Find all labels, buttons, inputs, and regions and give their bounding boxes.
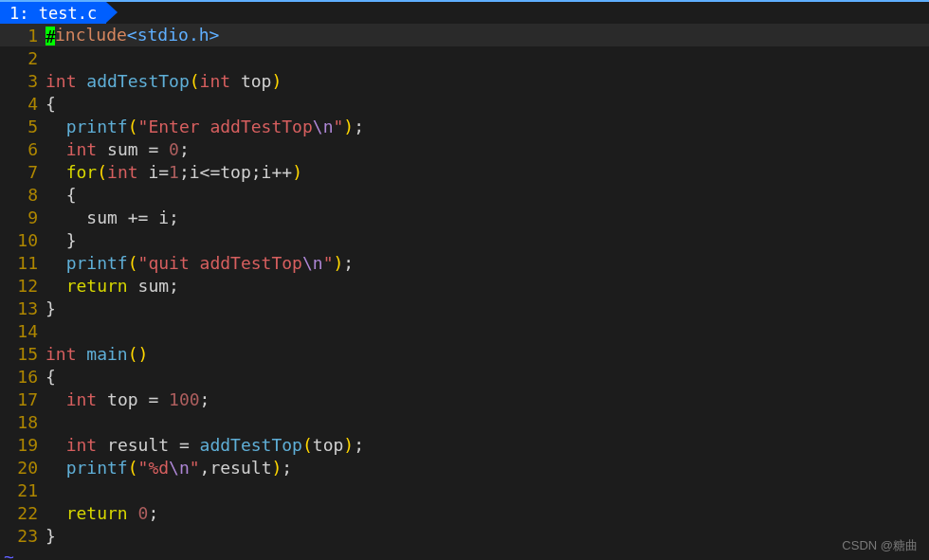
line-number: 11 bbox=[0, 253, 46, 273]
token-func: addTestTop bbox=[86, 71, 189, 91]
code-line[interactable]: 18 bbox=[0, 410, 929, 433]
line-number: 22 bbox=[0, 503, 46, 523]
code-line[interactable]: 3int addTestTop(int top) bbox=[0, 69, 929, 92]
line-number: 2 bbox=[0, 48, 46, 68]
token-str: " bbox=[190, 458, 200, 478]
line-number: 9 bbox=[0, 208, 46, 227]
token-semi: ; bbox=[282, 458, 292, 478]
token-brace: { bbox=[46, 94, 56, 114]
token-paren: ( bbox=[302, 435, 313, 455]
code-content: int sum = 0; bbox=[46, 139, 190, 159]
token-num: 100 bbox=[169, 389, 200, 409]
token-var bbox=[46, 230, 66, 250]
line-number: 19 bbox=[0, 435, 46, 455]
code-line[interactable]: 10 } bbox=[0, 228, 929, 251]
code-line[interactable]: 22 return 0; bbox=[0, 501, 929, 524]
token-brace: { bbox=[66, 185, 77, 205]
line-number: 6 bbox=[0, 139, 46, 159]
code-line[interactable]: 5 printf("Enter addTestTop\n"); bbox=[0, 115, 929, 137]
code-line[interactable]: 21 bbox=[0, 479, 929, 501]
token-num: 0 bbox=[138, 503, 149, 523]
token-brace: } bbox=[46, 298, 56, 318]
token-kw-preproc: include bbox=[55, 25, 127, 45]
token-var bbox=[46, 389, 66, 409]
code-line[interactable]: 14 bbox=[0, 319, 929, 342]
token-type: int bbox=[107, 162, 138, 182]
code-content: } bbox=[46, 298, 56, 318]
token-paren: ( bbox=[190, 71, 200, 91]
code-content: } bbox=[46, 526, 56, 546]
token-type: int bbox=[66, 435, 98, 455]
token-paren: ( bbox=[97, 162, 107, 182]
line-number: 21 bbox=[0, 480, 46, 500]
token-esc: \n bbox=[313, 117, 334, 136]
token-var: top bbox=[230, 71, 271, 91]
token-angle: <stdio.h> bbox=[127, 25, 220, 45]
code-content: sum += i; bbox=[46, 208, 179, 227]
token-semi: ; bbox=[169, 208, 179, 227]
cursor: # bbox=[46, 27, 55, 45]
code-content: int addTestTop(int top) bbox=[46, 71, 282, 91]
token-type: int bbox=[200, 71, 231, 91]
token-type: int bbox=[46, 344, 77, 364]
code-line[interactable]: 9 sum += i; bbox=[0, 206, 929, 228]
vim-tilde: ~ bbox=[0, 547, 929, 560]
token-semi: ; bbox=[148, 503, 158, 523]
code-line[interactable]: 17 int top = 100; bbox=[0, 388, 929, 410]
line-number: 4 bbox=[0, 94, 46, 114]
code-line[interactable]: 20 printf("%d\n",result); bbox=[0, 456, 929, 479]
token-var bbox=[46, 458, 66, 478]
token-var: ,result bbox=[200, 458, 272, 478]
code-line[interactable]: 1#include<stdio.h> bbox=[0, 24, 929, 46]
token-var bbox=[46, 162, 66, 182]
code-line[interactable]: 13} bbox=[0, 297, 929, 319]
code-line[interactable]: 8 { bbox=[0, 183, 929, 206]
code-line[interactable]: 4{ bbox=[0, 92, 929, 115]
line-number: 15 bbox=[0, 344, 46, 364]
token-paren: ) bbox=[333, 253, 343, 273]
code-line[interactable]: 16{ bbox=[0, 365, 929, 388]
tab-file[interactable]: 1: test.c bbox=[0, 2, 106, 24]
watermark: CSDN @糖曲 bbox=[842, 537, 918, 554]
token-func: printf bbox=[66, 117, 128, 136]
token-func: printf bbox=[66, 253, 128, 273]
token-str: "%d bbox=[138, 458, 170, 478]
code-line[interactable]: 19 int result = addTestTop(top); bbox=[0, 433, 929, 456]
token-type: int bbox=[66, 139, 98, 159]
token-var: sum = bbox=[97, 139, 169, 159]
code-content: } bbox=[46, 230, 77, 250]
code-line[interactable]: 23} bbox=[0, 524, 929, 547]
code-line[interactable]: 11 printf("quit addTestTop\n"); bbox=[0, 251, 929, 274]
token-num: 0 bbox=[169, 139, 179, 159]
token-brace: } bbox=[46, 526, 56, 546]
code-line[interactable]: 6 int sum = 0; bbox=[0, 137, 929, 160]
token-paren: ) bbox=[292, 162, 302, 182]
token-var bbox=[46, 503, 66, 523]
code-content: #include<stdio.h> bbox=[46, 25, 219, 45]
code-line[interactable]: 12 return sum; bbox=[0, 274, 929, 297]
token-paren: ( bbox=[128, 117, 138, 136]
token-var: top = bbox=[97, 389, 169, 409]
code-content: int main() bbox=[46, 344, 148, 364]
code-content: for(int i=1;i<=top;i++) bbox=[46, 162, 302, 182]
code-content: printf("quit addTestTop\n"); bbox=[46, 253, 354, 273]
line-number: 14 bbox=[0, 321, 46, 341]
token-type: int bbox=[66, 389, 98, 409]
code-line[interactable]: 2 bbox=[0, 46, 929, 69]
token-var bbox=[46, 139, 66, 159]
token-kw: for bbox=[66, 162, 98, 182]
token-var: sum += i bbox=[46, 208, 169, 227]
line-number: 23 bbox=[0, 526, 46, 546]
tab-bar: 1: test.c bbox=[0, 2, 929, 24]
code-line[interactable]: 7 for(int i=1;i<=top;i++) bbox=[0, 160, 929, 183]
line-number: 17 bbox=[0, 389, 46, 409]
token-esc: \n bbox=[169, 458, 190, 478]
token-esc: \n bbox=[302, 253, 323, 273]
code-line[interactable]: 15int main() bbox=[0, 342, 929, 365]
token-semi: ; bbox=[179, 139, 190, 159]
code-content: return 0; bbox=[46, 503, 158, 523]
token-str: "Enter addTestTop bbox=[138, 117, 313, 136]
code-editor[interactable]: 1#include<stdio.h>23int addTestTop(int t… bbox=[0, 24, 929, 547]
token-var bbox=[46, 435, 66, 455]
token-var: top bbox=[313, 435, 344, 455]
